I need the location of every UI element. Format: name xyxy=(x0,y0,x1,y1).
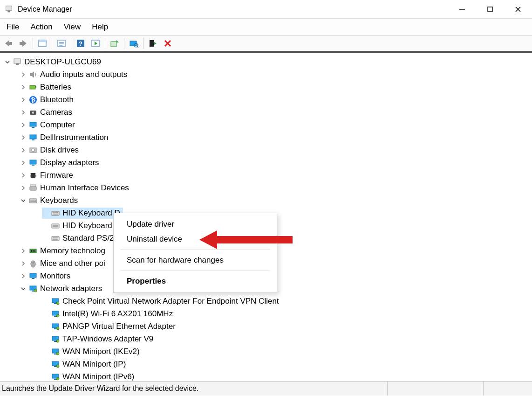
svg-rect-9 xyxy=(39,40,46,42)
monitor-icon xyxy=(28,158,38,168)
update-driver-button[interactable] xyxy=(108,37,122,50)
chevron-right-icon[interactable] xyxy=(20,146,27,154)
svg-rect-37 xyxy=(30,135,36,139)
window-title: Device Manager xyxy=(18,5,72,14)
chevron-right-icon[interactable] xyxy=(20,109,27,116)
svg-rect-67 xyxy=(34,250,35,252)
tree-node-label: PANGP Virtual Ethernet Adapter xyxy=(62,322,176,331)
show-hide-console-button[interactable] xyxy=(35,37,49,50)
menu-help[interactable]: Help xyxy=(86,21,114,34)
network-icon xyxy=(50,372,61,382)
monitor-icon xyxy=(28,271,38,281)
enable-device-button[interactable] xyxy=(146,37,160,50)
chip-icon xyxy=(28,170,38,181)
tree-node-label: Memory technolog xyxy=(40,246,105,256)
context-update-driver[interactable]: Update driver xyxy=(114,217,277,232)
chevron-down-icon[interactable] xyxy=(20,285,27,292)
action-button[interactable] xyxy=(89,37,102,50)
chevron-right-icon[interactable] xyxy=(20,96,27,104)
chevron-right-icon[interactable] xyxy=(20,71,27,78)
tree-device[interactable]: Check Point Virtual Network Adapter For … xyxy=(3,295,532,307)
tree-node-label: Display adapters xyxy=(40,158,99,167)
back-button[interactable] xyxy=(1,37,15,50)
tree-category[interactable]: Disk drives xyxy=(3,144,532,156)
tree-category[interactable]: Display adapters xyxy=(3,156,532,169)
tree-device[interactable]: Intel(R) Wi-Fi 6 AX201 160MHz xyxy=(3,307,532,320)
svg-rect-31 xyxy=(35,86,36,88)
chevron-right-icon[interactable] xyxy=(20,83,27,91)
tree-node-label: Human Interface Devices xyxy=(40,183,129,193)
tree-node-label: DellInstrumentation xyxy=(40,133,108,142)
svg-rect-3 xyxy=(488,7,492,12)
chevron-down-icon[interactable] xyxy=(20,197,27,204)
chevron-right-icon[interactable] xyxy=(20,184,27,192)
keyboard-icon xyxy=(50,221,61,231)
uninstall-device-button[interactable] xyxy=(161,37,175,50)
keyboard-icon xyxy=(50,233,61,243)
context-scan-hardware[interactable]: Scan for hardware changes xyxy=(114,253,277,268)
tree-device[interactable]: WAN Miniport (IPv6) xyxy=(3,370,532,381)
chevron-right-icon[interactable] xyxy=(20,159,27,167)
chevron-right-icon[interactable] xyxy=(20,247,27,255)
statusbar-text: Launches the Update Driver Wizard for th… xyxy=(0,382,388,396)
chevron-right-icon[interactable] xyxy=(20,134,27,141)
tree-device[interactable]: TAP-Windows Adapter V9 xyxy=(3,333,532,345)
tree-category[interactable]: Cameras xyxy=(3,106,532,118)
svg-rect-38 xyxy=(32,139,34,140)
app-icon xyxy=(4,4,14,14)
svg-rect-71 xyxy=(32,278,34,279)
svg-rect-18 xyxy=(111,42,116,47)
network-icon xyxy=(50,347,61,357)
svg-point-95 xyxy=(56,377,59,380)
minimize-button[interactable] xyxy=(448,0,476,19)
hid-icon xyxy=(28,183,38,193)
tree-node-label: WAN Miniport (IP) xyxy=(62,360,126,369)
chevron-down-icon[interactable] xyxy=(4,58,11,66)
tree-device[interactable]: WAN Miniport (IKEv2) xyxy=(3,345,532,358)
tree-category[interactable]: DellInstrumentation xyxy=(3,131,532,144)
tree-node-label: Check Point Virtual Network Adapter For … xyxy=(62,297,279,306)
network-icon xyxy=(50,334,61,344)
tree-category[interactable]: Keyboards xyxy=(3,194,532,207)
tree-category[interactable]: Bluetooth xyxy=(3,93,532,106)
scan-hardware-button[interactable] xyxy=(127,37,141,50)
forward-button[interactable] xyxy=(16,37,30,50)
tree-device[interactable]: WAN Miniport (IP) xyxy=(3,358,532,370)
maximize-button[interactable] xyxy=(476,0,504,19)
network-icon xyxy=(50,309,61,319)
chevron-right-icon[interactable] xyxy=(20,272,27,280)
svg-rect-70 xyxy=(30,273,36,278)
menubar: File Action View Help xyxy=(0,19,532,35)
tree-category[interactable]: Firmware xyxy=(3,169,532,181)
speaker-icon xyxy=(28,69,38,80)
svg-rect-66 xyxy=(33,250,34,252)
svg-rect-61 xyxy=(52,236,59,241)
svg-rect-28 xyxy=(16,63,19,65)
network-icon xyxy=(28,284,38,294)
close-button[interactable] xyxy=(504,0,532,19)
chevron-right-icon[interactable] xyxy=(20,121,27,129)
context-separator xyxy=(120,271,270,271)
menu-view[interactable]: View xyxy=(58,21,87,34)
tree-category[interactable]: Audio inputs and outputs xyxy=(3,68,532,81)
svg-rect-23 xyxy=(150,40,154,47)
menu-file[interactable]: File xyxy=(1,21,25,34)
help-button[interactable]: ? xyxy=(74,37,88,50)
tree-node-label: Intel(R) Wi-Fi 6 AX201 160MHz xyxy=(62,309,173,319)
tree-category[interactable]: Computer xyxy=(3,118,532,131)
tree-device[interactable]: PANGP Virtual Ethernet Adapter xyxy=(3,320,532,333)
svg-text:?: ? xyxy=(79,40,82,47)
tree-category[interactable]: Batteries xyxy=(3,81,532,93)
statusbar-cell xyxy=(388,382,484,396)
menu-action[interactable]: Action xyxy=(25,21,58,34)
svg-marker-24 xyxy=(154,42,157,45)
tree-root[interactable]: DESKTOP-ULGCU69 xyxy=(3,56,532,68)
chevron-right-icon[interactable] xyxy=(20,260,27,267)
tree-category[interactable]: Human Interface Devices xyxy=(3,181,532,194)
context-properties[interactable]: Properties xyxy=(114,274,277,289)
properties-button[interactable] xyxy=(55,37,68,50)
chevron-right-icon[interactable] xyxy=(20,172,27,179)
svg-point-77 xyxy=(56,302,59,305)
tree-node-label: Disk drives xyxy=(40,146,79,155)
context-uninstall-device[interactable]: Uninstall device xyxy=(114,232,277,247)
